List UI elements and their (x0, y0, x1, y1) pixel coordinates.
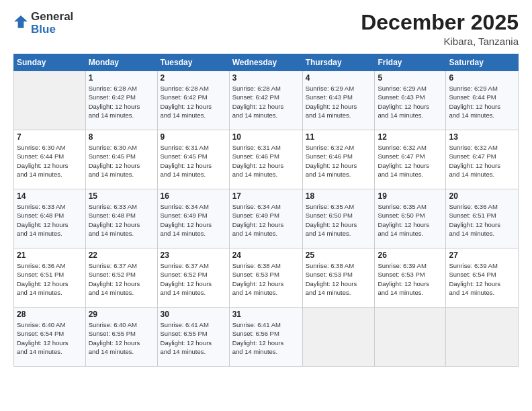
day-number: 5 (378, 73, 443, 83)
calendar-cell: 14Sunrise: 6:33 AM Sunset: 6:48 PM Dayli… (14, 189, 86, 248)
week-row-4: 21Sunrise: 6:36 AM Sunset: 6:51 PM Dayli… (14, 248, 519, 308)
calendar-cell: 18Sunrise: 6:35 AM Sunset: 6:50 PM Dayli… (302, 189, 375, 248)
calendar-cell: 24Sunrise: 6:38 AM Sunset: 6:53 PM Dayli… (229, 248, 302, 308)
day-number: 21 (17, 250, 83, 260)
day-number: 23 (161, 250, 226, 260)
day-info: Sunrise: 6:31 AM Sunset: 6:45 PM Dayligh… (161, 143, 226, 179)
calendar-cell: 19Sunrise: 6:35 AM Sunset: 6:50 PM Dayli… (375, 189, 446, 248)
day-number: 4 (306, 73, 372, 83)
day-number: 16 (161, 191, 226, 201)
day-info: Sunrise: 6:38 AM Sunset: 6:53 PM Dayligh… (306, 261, 372, 297)
calendar-cell: 5Sunrise: 6:29 AM Sunset: 6:43 PM Daylig… (375, 71, 446, 130)
day-info: Sunrise: 6:34 AM Sunset: 6:49 PM Dayligh… (161, 202, 226, 238)
calendar-cell: 16Sunrise: 6:34 AM Sunset: 6:49 PM Dayli… (157, 189, 229, 248)
day-info: Sunrise: 6:30 AM Sunset: 6:45 PM Dayligh… (89, 143, 154, 179)
day-info: Sunrise: 6:28 AM Sunset: 6:42 PM Dayligh… (232, 84, 300, 120)
day-number: 15 (89, 191, 154, 201)
day-info: Sunrise: 6:35 AM Sunset: 6:50 PM Dayligh… (306, 202, 372, 238)
day-info: Sunrise: 6:40 AM Sunset: 6:55 PM Dayligh… (89, 320, 154, 356)
header: General Blue December 2025 Kibara, Tanza… (13, 11, 519, 47)
day-number: 9 (161, 132, 226, 142)
day-header-saturday: Saturday (446, 54, 519, 71)
day-header-sunday: Sunday (14, 54, 86, 71)
calendar-cell (302, 308, 375, 367)
day-number: 8 (89, 132, 154, 142)
day-info: Sunrise: 6:38 AM Sunset: 6:53 PM Dayligh… (232, 261, 300, 297)
day-number: 19 (378, 191, 443, 201)
location: Kibara, Tanzania (361, 36, 519, 47)
day-number: 13 (449, 132, 515, 142)
day-info: Sunrise: 6:36 AM Sunset: 6:51 PM Dayligh… (17, 261, 83, 297)
day-number: 10 (232, 132, 300, 142)
calendar-cell: 29Sunrise: 6:40 AM Sunset: 6:55 PM Dayli… (85, 308, 157, 367)
calendar-cell: 13Sunrise: 6:32 AM Sunset: 6:47 PM Dayli… (446, 130, 519, 189)
calendar-cell (14, 71, 86, 130)
day-info: Sunrise: 6:34 AM Sunset: 6:49 PM Dayligh… (232, 202, 300, 238)
days-header-row: SundayMondayTuesdayWednesdayThursdayFrid… (14, 54, 519, 71)
day-number: 22 (89, 250, 154, 260)
calendar-cell: 20Sunrise: 6:36 AM Sunset: 6:51 PM Dayli… (446, 189, 519, 248)
calendar-cell: 25Sunrise: 6:38 AM Sunset: 6:53 PM Dayli… (302, 248, 375, 308)
calendar-cell: 6Sunrise: 6:29 AM Sunset: 6:44 PM Daylig… (446, 71, 519, 130)
day-number: 27 (449, 250, 515, 260)
calendar-cell (446, 308, 519, 367)
day-info: Sunrise: 6:29 AM Sunset: 6:43 PM Dayligh… (306, 84, 372, 120)
day-number: 1 (89, 73, 154, 83)
calendar-cell: 28Sunrise: 6:40 AM Sunset: 6:54 PM Dayli… (14, 308, 86, 367)
svg-marker-0 (14, 15, 28, 28)
logo-blue: Blue (31, 24, 73, 36)
calendar-cell: 22Sunrise: 6:37 AM Sunset: 6:52 PM Dayli… (85, 248, 157, 308)
logo-general: General (31, 11, 73, 24)
day-info: Sunrise: 6:40 AM Sunset: 6:54 PM Dayligh… (17, 320, 83, 356)
calendar-cell: 9Sunrise: 6:31 AM Sunset: 6:45 PM Daylig… (157, 130, 229, 189)
day-info: Sunrise: 6:30 AM Sunset: 6:44 PM Dayligh… (17, 143, 83, 179)
day-header-monday: Monday (85, 54, 157, 71)
week-row-5: 28Sunrise: 6:40 AM Sunset: 6:54 PM Dayli… (14, 308, 519, 367)
week-row-1: 1Sunrise: 6:28 AM Sunset: 6:42 PM Daylig… (14, 71, 519, 130)
day-info: Sunrise: 6:32 AM Sunset: 6:47 PM Dayligh… (449, 143, 515, 179)
logo: General Blue (13, 11, 73, 36)
calendar-cell: 1Sunrise: 6:28 AM Sunset: 6:42 PM Daylig… (85, 71, 157, 130)
week-row-3: 14Sunrise: 6:33 AM Sunset: 6:48 PM Dayli… (14, 189, 519, 248)
calendar-cell: 8Sunrise: 6:30 AM Sunset: 6:45 PM Daylig… (85, 130, 157, 189)
day-header-tuesday: Tuesday (157, 54, 229, 71)
calendar-cell: 21Sunrise: 6:36 AM Sunset: 6:51 PM Dayli… (14, 248, 86, 308)
calendar-table: SundayMondayTuesdayWednesdayThursdayFrid… (13, 54, 519, 367)
day-info: Sunrise: 6:32 AM Sunset: 6:47 PM Dayligh… (378, 143, 443, 179)
page: General Blue December 2025 Kibara, Tanza… (0, 0, 532, 411)
day-number: 25 (306, 250, 372, 260)
day-info: Sunrise: 6:29 AM Sunset: 6:44 PM Dayligh… (449, 84, 515, 120)
day-header-friday: Friday (375, 54, 446, 71)
day-info: Sunrise: 6:33 AM Sunset: 6:48 PM Dayligh… (89, 202, 154, 238)
day-number: 7 (17, 132, 83, 142)
day-info: Sunrise: 6:37 AM Sunset: 6:52 PM Dayligh… (89, 261, 154, 297)
calendar-cell: 4Sunrise: 6:29 AM Sunset: 6:43 PM Daylig… (302, 71, 375, 130)
day-number: 29 (89, 310, 154, 319)
day-number: 28 (17, 310, 83, 319)
day-info: Sunrise: 6:36 AM Sunset: 6:51 PM Dayligh… (449, 202, 515, 238)
day-info: Sunrise: 6:41 AM Sunset: 6:56 PM Dayligh… (232, 320, 300, 356)
day-info: Sunrise: 6:33 AM Sunset: 6:48 PM Dayligh… (17, 202, 83, 238)
day-number: 26 (378, 250, 443, 260)
day-info: Sunrise: 6:35 AM Sunset: 6:50 PM Dayligh… (378, 202, 443, 238)
day-info: Sunrise: 6:31 AM Sunset: 6:46 PM Dayligh… (232, 143, 300, 179)
day-info: Sunrise: 6:39 AM Sunset: 6:53 PM Dayligh… (378, 261, 443, 297)
calendar-cell: 2Sunrise: 6:28 AM Sunset: 6:42 PM Daylig… (157, 71, 229, 130)
day-number: 17 (232, 191, 300, 201)
day-number: 12 (378, 132, 443, 142)
calendar-cell: 15Sunrise: 6:33 AM Sunset: 6:48 PM Dayli… (85, 189, 157, 248)
calendar-cell: 17Sunrise: 6:34 AM Sunset: 6:49 PM Dayli… (229, 189, 302, 248)
logo-icon (13, 15, 28, 30)
day-header-thursday: Thursday (302, 54, 375, 71)
day-info: Sunrise: 6:41 AM Sunset: 6:55 PM Dayligh… (161, 320, 226, 356)
day-info: Sunrise: 6:39 AM Sunset: 6:54 PM Dayligh… (449, 261, 515, 297)
calendar-body: 1Sunrise: 6:28 AM Sunset: 6:42 PM Daylig… (14, 71, 519, 367)
calendar-cell: 7Sunrise: 6:30 AM Sunset: 6:44 PM Daylig… (14, 130, 86, 189)
day-number: 11 (306, 132, 372, 142)
day-info: Sunrise: 6:29 AM Sunset: 6:43 PM Dayligh… (378, 84, 443, 120)
calendar-cell: 12Sunrise: 6:32 AM Sunset: 6:47 PM Dayli… (375, 130, 446, 189)
day-number: 2 (161, 73, 226, 83)
calendar-cell: 30Sunrise: 6:41 AM Sunset: 6:55 PM Dayli… (157, 308, 229, 367)
calendar-cell: 3Sunrise: 6:28 AM Sunset: 6:42 PM Daylig… (229, 71, 302, 130)
title-block: December 2025 Kibara, Tanzania (361, 11, 519, 47)
